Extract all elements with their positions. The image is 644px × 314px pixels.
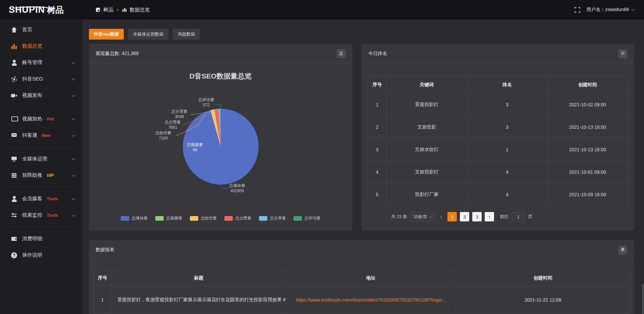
cell-created-time: 2021-10-02 09:00: [547, 94, 628, 116]
sidebar-item-badge: Tools: [47, 196, 58, 201]
cell-rank: 1: [467, 139, 548, 161]
column-header: 排名: [467, 76, 548, 94]
goto-page-input[interactable]: [512, 212, 525, 221]
sidebar-item[interactable]: 全媒体运营: [0, 151, 82, 167]
cell-keyword: 文旅投影灯: [387, 161, 467, 184]
cell-created-time: 2021-10-01 09:00: [547, 161, 628, 184]
ranking-table-header: 序号关键词排名创建时间: [368, 76, 628, 94]
data-tab[interactable]: 全媒体运营数据: [128, 29, 168, 40]
cell-rank: 3: [467, 94, 548, 116]
page-number-button[interactable]: 1: [447, 212, 457, 221]
sidebar-item[interactable]: 会员爆客 Tools: [0, 191, 82, 207]
today-ranking-panel: 今日排名 日 序号关键词排名创建时间 1 景观投影灯 3 2021-10: [362, 44, 634, 230]
data-tabs: 抖音seo数据全媒体运营数据询盘数据: [89, 29, 634, 40]
legend-label: 总视频量: [166, 215, 182, 221]
pie-label-shares: 总分享量3049: [163, 109, 196, 119]
cell-rank: 4: [467, 161, 548, 184]
bar-chart-icon: [11, 43, 17, 50]
ranking-panel-title: 今日排名: [368, 51, 387, 57]
sidebar-item[interactable]: 视频发布: [0, 87, 82, 104]
sidebar-item[interactable]: 抖音SEO: [0, 71, 82, 87]
ranking-table: 序号关键词排名创建时间 1 景观投影灯 3 2021-10-02 09:00 2…: [368, 76, 628, 206]
page-size-select[interactable]: 10条/页: [410, 212, 435, 221]
breadcrumb-root[interactable]: 树品: [103, 7, 113, 13]
sidebar-item[interactable]: 视频加热 Hot: [0, 111, 82, 127]
prev-page-button[interactable]: ‹: [438, 212, 444, 221]
chat-icon: [11, 132, 17, 139]
data-tab[interactable]: 询盘数据: [172, 29, 200, 40]
sidebar-item[interactable]: 消费明细: [0, 230, 82, 247]
sidebar-item[interactable]: 抖客通 New: [0, 127, 82, 144]
cell-keyword: 文旅水纹灯: [387, 139, 467, 161]
chevron-down-icon: [71, 173, 75, 176]
table-view-button[interactable]: 表: [619, 246, 627, 254]
report-table: 序号标题地址创建时间 1 景观投影灯，夜游景观投影灯厂家展示展示落花灯在花园里的…: [93, 270, 630, 314]
sidebar-item[interactable]: 操作说明: [0, 247, 82, 263]
sidebar-item[interactable]: 线索监控 Tools: [0, 207, 82, 223]
user-menu[interactable]: 用户名：zswodun88: [586, 7, 635, 13]
page-number-button[interactable]: 3: [472, 212, 482, 221]
chevron-down-icon: [71, 93, 75, 97]
grid-icon: [11, 172, 17, 179]
home-icon: [11, 27, 17, 33]
screen-icon: [11, 116, 17, 122]
legend-label: 总点赞量: [235, 215, 252, 221]
fullscreen-icon[interactable]: [575, 7, 580, 13]
app-logo: SHUPIN 树品: [0, 4, 82, 15]
column-header: 序号: [93, 271, 112, 286]
video-link[interactable]: https://www.iesdouyin.com/share/video/70…: [296, 297, 446, 303]
sidebar-item[interactable]: 账号管理: [0, 54, 82, 71]
chevron-down-icon: [71, 116, 75, 120]
ranking-table-body: 1 景观投影灯 3 2021-10-02 09:00 2 文旅投影 3 2021…: [368, 94, 628, 206]
sidebar-item-label: 账号管理: [22, 59, 42, 66]
report-table-header: 序号标题地址创建时间: [93, 271, 630, 286]
sidebar-item-label: 会员爆客: [22, 196, 42, 202]
sidebar-item-label: 视频发布: [22, 92, 42, 99]
column-header: 序号: [368, 76, 387, 94]
legend-item[interactable]: 总播放量: [121, 215, 148, 221]
pagination: 共 23 条 10条/页 ‹ 123 › 前往 页: [391, 212, 628, 221]
day-view-button[interactable]: 日: [619, 49, 627, 58]
scrollbar-thumb[interactable]: [642, 284, 644, 314]
legend-item[interactable]: 总视频量: [155, 215, 182, 221]
legend-swatch: [121, 216, 129, 221]
sidebar-item-label: 数据总览: [22, 43, 42, 49]
sidebar-item-label: 首页: [22, 27, 32, 33]
legend-item[interactable]: 总粉丝量: [190, 215, 217, 221]
username-label: 用户名：zswodun88: [586, 7, 629, 13]
impressions-total-label: 展现量总数: 421,369: [96, 51, 139, 57]
legend-label: 总粉丝量: [201, 215, 217, 221]
chevron-down-icon: [429, 215, 432, 218]
sidebar-item-badge: VIP: [47, 173, 54, 178]
sidebar-item[interactable]: 首页: [0, 21, 82, 38]
legend-item[interactable]: 总点赞量: [224, 215, 252, 221]
column-header: 创建时间: [456, 271, 630, 286]
data-tab[interactable]: 抖音seo数据: [89, 29, 124, 40]
sidebar-item[interactable]: 数据总览: [0, 38, 82, 54]
next-page-button[interactable]: ›: [485, 212, 494, 221]
chart-legend: 总播放量 总视频量 总粉丝量 总点赞量 总分享量: [89, 215, 352, 221]
monitor-icon: [11, 156, 17, 162]
sidebar-item-label: 线索监控: [22, 212, 42, 218]
sidebar-item[interactable]: 矩阵助推 VIP: [0, 167, 82, 184]
legend-item[interactable]: 总评论量: [293, 215, 321, 221]
legend-swatch: [190, 216, 198, 221]
chevron-down-icon: [71, 76, 75, 80]
member-icon: [11, 196, 17, 202]
seo-chart-panel: 展现量总数: 421,369 总 D音SEO数据量总览 总评论量572 总分享量…: [89, 44, 352, 230]
cell-keyword: 文旅投影: [387, 116, 467, 139]
column-header: 地址: [286, 271, 456, 286]
table-row: 1 景观投影灯，夜游景观投影灯厂家展示展示落花灯在花园里的灯光投影应用效果 # …: [93, 286, 630, 314]
chevron-down-icon: [631, 7, 635, 11]
sidebar-item-label: 矩阵助推: [22, 172, 42, 178]
chevron-down-icon: [71, 196, 75, 200]
cell-url: https://www.iesdouyin.com/share/video/70…: [286, 286, 456, 314]
total-view-button[interactable]: 总: [337, 49, 345, 58]
breadcrumb-separator: >: [116, 7, 119, 12]
legend-swatch: [259, 216, 267, 221]
legend-label: 总评论量: [305, 215, 321, 221]
page-number-button[interactable]: 2: [460, 212, 469, 221]
cell-index: 2: [368, 116, 387, 139]
table-row: 3 文旅水纹灯 1 2021-10-13 18:00: [368, 139, 628, 161]
legend-item[interactable]: 总分享量: [259, 215, 286, 221]
